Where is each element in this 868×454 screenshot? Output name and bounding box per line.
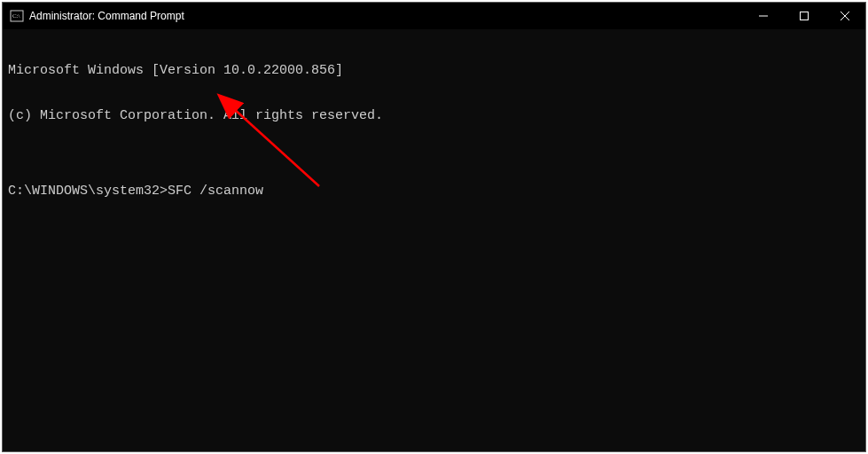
terminal-prompt: C:\WINDOWS\system32> [8,184,168,199]
cmd-icon: C:\ [10,9,24,23]
command-prompt-window: C:\ Administrator: Command Prompt [2,2,866,452]
terminal-line-version: Microsoft Windows [Version 10.0.22000.85… [8,63,860,78]
close-button[interactable] [825,3,865,29]
window-controls [743,3,865,29]
terminal-prompt-line: C:\WINDOWS\system32>SFC /scannow [8,184,860,199]
maximize-button[interactable] [784,3,825,29]
svg-rect-3 [801,12,809,20]
terminal-line-copyright: (c) Microsoft Corporation. All rights re… [8,108,860,123]
titlebar-left: C:\ Administrator: Command Prompt [3,9,184,23]
terminal-body[interactable]: Microsoft Windows [Version 10.0.22000.85… [3,29,865,451]
window-title: Administrator: Command Prompt [29,10,184,22]
minimize-button[interactable] [743,3,784,29]
terminal-command: SFC /scannow [168,184,263,199]
titlebar[interactable]: C:\ Administrator: Command Prompt [3,3,865,29]
svg-text:C:\: C:\ [12,12,20,20]
